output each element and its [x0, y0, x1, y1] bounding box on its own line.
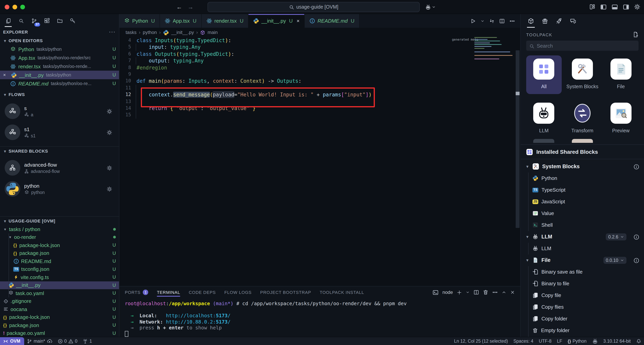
editor-scrollbar[interactable] [516, 50, 520, 228]
flow-item-python[interactable]: python python [5, 181, 116, 197]
chevron-sm-icon[interactable] [466, 290, 470, 294]
close-icon[interactable] [510, 290, 515, 295]
tree-item-README.md[interactable]: README.md U [0, 257, 119, 265]
panel-left-icon[interactable] [600, 4, 606, 10]
open-editor-Python[interactable]: Python tasks/pythonU [0, 45, 119, 54]
gear-icon[interactable] [107, 108, 112, 115]
block-empty-folder[interactable]: Empty folder [521, 324, 644, 336]
panel-tab-terminal[interactable]: TERMINAL [157, 286, 180, 298]
info-icon[interactable] [634, 163, 639, 170]
tab-render.tsx[interactable]: render.tsxU [202, 14, 248, 28]
back-icon[interactable]: ← [176, 4, 182, 10]
tree-item-task.oo.yaml[interactable]: task.oo.yaml U [0, 289, 119, 297]
panel-tab-flow-logs[interactable]: FLOW LOGS [224, 286, 252, 298]
gear-icon[interactable] [107, 185, 112, 192]
open-editors-header[interactable]: ▾OPEN EDITORS [0, 36, 119, 45]
block-copy-flies[interactable]: Copy flies [521, 301, 644, 313]
tab-App.tsx[interactable]: App.tsxU [160, 14, 202, 28]
terminal-box-icon[interactable] [433, 289, 439, 295]
status-item[interactable]: Spaces: 4 [510, 337, 536, 345]
panel-tab-code-deps[interactable]: CODE DEPS [189, 286, 216, 298]
status-item[interactable]: UTF-8 [536, 337, 554, 345]
tile-file[interactable]: File [603, 56, 638, 94]
status-item[interactable] [589, 337, 600, 345]
block-typescript[interactable]: TSTypeScript [521, 184, 644, 196]
block-javascript[interactable]: JSJavaScript [521, 196, 644, 207]
forward-icon[interactable]: → [188, 4, 194, 10]
panel-tab-toolpack-install[interactable]: TOOLPACK INSTALL [320, 286, 364, 298]
ellipsis-icon[interactable] [492, 289, 498, 295]
terminal[interactable]: root@localhost:/app/workspace (main*) # … [119, 298, 520, 337]
tile-preview[interactable]: Preview [603, 100, 638, 138]
tree-item-package-lock.json[interactable]: {} package-lock.json U [0, 241, 119, 249]
tree-item-package.oo.yaml[interactable]: ! package.oo.yaml U [0, 329, 119, 337]
flow-item-s1[interactable]: s1 s1 [5, 125, 116, 140]
open-editor-__init__.py[interactable]: × __init__.py tasks/pythonU [0, 71, 119, 79]
close-icon[interactable]: × [3, 72, 8, 78]
activity-files-button[interactable] [4, 16, 12, 26]
panel-tab-project-bootstrap[interactable]: PROJECT BOOTSTRAP [260, 286, 311, 298]
tile-system-blocks[interactable]: System Blocks [564, 56, 600, 94]
chevron-up-icon[interactable] [502, 290, 506, 295]
close-window-button[interactable] [5, 5, 9, 9]
status-item[interactable]: {}Python [565, 337, 590, 345]
breadcrumb-__init__.py[interactable]: __init__.py [171, 30, 194, 35]
version-select[interactable]: 0.2.6 [606, 233, 626, 240]
block-llm[interactable]: LLM [521, 243, 644, 254]
terminal-shell-label[interactable]: node [442, 289, 453, 295]
ellipsis-icon[interactable] [510, 18, 515, 24]
tree-item-tsconfig.json[interactable]: TS tsconfig.json U [0, 265, 119, 273]
chevron-sm-icon[interactable] [480, 19, 484, 23]
flows-header[interactable]: ▾FLOWS [0, 90, 119, 99]
open-editor-App.tsx[interactable]: App.tsx tasks/python/oo-render/srcU [0, 54, 119, 62]
toolpack-search-input[interactable]: Search [526, 41, 638, 51]
tree-item-taskspython[interactable]: ▾ tasks / python [0, 225, 119, 233]
maximize-window-button[interactable] [20, 5, 25, 9]
breadcrumb[interactable]: tasks›python›__init__.py›main [119, 28, 520, 37]
activity-folder-button[interactable] [56, 16, 64, 26]
breadcrumb-main[interactable]: main [208, 30, 218, 35]
activity-search-button[interactable] [17, 16, 25, 26]
block-value[interactable]: Value [521, 207, 644, 219]
tree-item-package.json[interactable]: {} package.json U [0, 249, 119, 257]
new-file-icon[interactable] [633, 32, 638, 38]
tree-item-vite.config.ts[interactable]: vite.config.ts U [0, 273, 119, 281]
block-python[interactable]: Python [521, 172, 644, 184]
activity-key-button[interactable] [68, 16, 77, 26]
play-icon[interactable] [470, 18, 476, 24]
activity-extensions-button[interactable] [42, 16, 51, 26]
block-copy-folder[interactable]: Copy folder [521, 313, 644, 324]
assistant-menu[interactable] [425, 3, 436, 10]
block-binary-to-file[interactable]: Binary to file [521, 278, 644, 289]
block-copy-file[interactable]: Copy file [521, 289, 644, 301]
status-item[interactable]: 00 [55, 337, 80, 345]
tile-llm[interactable]: LLM [526, 100, 562, 138]
breadcrumb-tasks[interactable]: tasks [126, 30, 136, 35]
gear-icon[interactable] [634, 4, 640, 10]
right-tab-comment[interactable] [570, 14, 576, 28]
status-item[interactable] [634, 337, 644, 345]
split-icon[interactable] [474, 289, 479, 295]
breadcrumb-python[interactable]: python [143, 30, 157, 35]
tile-transform[interactable]: Transform [564, 100, 600, 138]
tab-Python[interactable]: PythonU [119, 14, 160, 28]
remote-indicator[interactable]: OVM [0, 337, 24, 345]
tree-item-package-lock.json[interactable]: {} package-lock.json U [0, 313, 119, 321]
block-file-to-binary[interactable]: File to binary [521, 336, 644, 337]
flow-item-advanced-flow[interactable]: advanced-flow advanced-flow [5, 160, 116, 176]
tab-__init__.py[interactable]: __init__.pyU × [248, 14, 305, 28]
status-item[interactable]: Ln 12, Col 25 (12 selected) [451, 337, 510, 345]
right-tab-gift[interactable] [542, 14, 548, 28]
layout-grid-icon[interactable] [590, 4, 595, 10]
block-group-system-blocks[interactable]: ▾System Blocks [521, 161, 644, 172]
panel-tab-ports[interactable]: PORTS1 [125, 286, 148, 298]
right-tab-rocket[interactable] [556, 14, 562, 28]
gear-icon[interactable] [107, 129, 112, 136]
info-icon[interactable] [634, 257, 639, 263]
tree-item-package.json[interactable]: {} package.json U [0, 321, 119, 329]
status-item[interactable]: main* [24, 337, 55, 345]
close-icon[interactable]: × [297, 18, 300, 24]
tree-item-oocana[interactable]: oocana U [0, 305, 119, 313]
open-editor-README.md[interactable]: README.md tasks/python/oo-re...U [0, 79, 119, 88]
command-center-search[interactable]: usage-guide [OVM] [208, 2, 420, 12]
